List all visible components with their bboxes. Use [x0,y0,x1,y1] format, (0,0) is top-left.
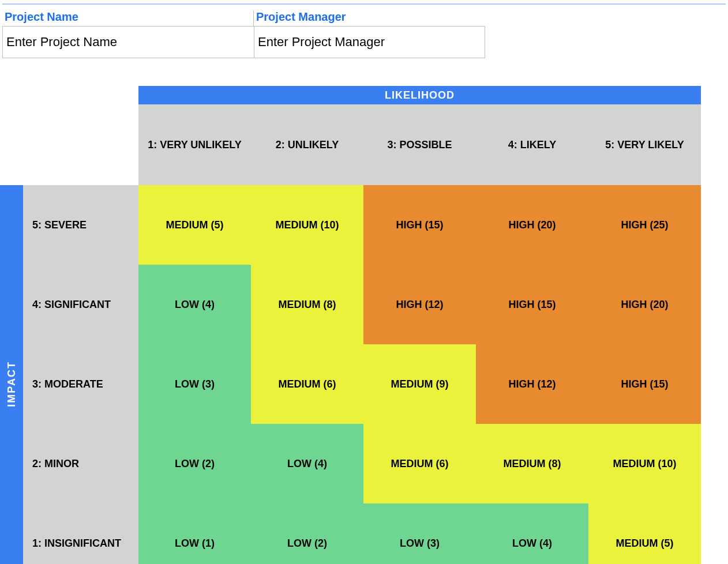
risk-cell-0-3[interactable]: HIGH (20) [476,185,588,265]
likelihood-col-2: 2: UNLIKELY [251,104,363,185]
likelihood-title: LIKELIHOOD [138,86,701,104]
risk-cell-3-0[interactable]: LOW (2) [138,424,251,503]
likelihood-col-3: 3: POSSIBLE [363,104,476,185]
risk-cell-3-1[interactable]: LOW (4) [251,424,363,503]
risk-cell-0-2[interactable]: HIGH (15) [363,185,476,265]
risk-cell-1-2[interactable]: HIGH (12) [363,265,476,344]
risk-cell-1-3[interactable]: HIGH (15) [476,265,588,344]
impact-row-2: 2: MINOR [23,424,138,503]
matrix-cells: MEDIUM (5)MEDIUM (10)HIGH (15)HIGH (20)H… [138,185,701,564]
top-rule [2,3,726,5]
risk-cell-4-0[interactable]: LOW (1) [138,503,251,564]
field-value-row: Enter Project Name Enter Project Manager [2,26,485,58]
risk-cell-0-4[interactable]: HIGH (25) [588,185,701,265]
risk-matrix: LIKELIHOOD 1: VERY UNLIKELY 2: UNLIKELY … [0,86,701,564]
likelihood-col-1: 1: VERY UNLIKELY [138,104,251,185]
risk-cell-4-3[interactable]: LOW (4) [476,503,588,564]
project-name-input[interactable]: Enter Project Name [3,27,254,58]
project-manager-label: Project Manager [254,10,483,26]
impact-row-1: 1: INSIGNIFICANT [23,503,138,564]
risk-cell-0-1[interactable]: MEDIUM (10) [251,185,363,265]
impact-title: IMPACT [6,361,18,407]
risk-cell-3-4[interactable]: MEDIUM (10) [588,424,701,503]
likelihood-col-5: 5: VERY LIKELY [588,104,701,185]
risk-cell-3-3[interactable]: MEDIUM (8) [476,424,588,503]
risk-cell-2-0[interactable]: LOW (3) [138,344,251,424]
risk-cell-2-2[interactable]: MEDIUM (9) [363,344,476,424]
likelihood-headers: 1: VERY UNLIKELY 2: UNLIKELY 3: POSSIBLE… [138,104,701,185]
risk-cell-4-1[interactable]: LOW (2) [251,503,363,564]
risk-cell-3-2[interactable]: MEDIUM (6) [363,424,476,503]
risk-cell-2-4[interactable]: HIGH (15) [588,344,701,424]
risk-cell-4-4[interactable]: MEDIUM (5) [588,503,701,564]
risk-cell-2-3[interactable]: HIGH (12) [476,344,588,424]
risk-cell-1-0[interactable]: LOW (4) [138,265,251,344]
project-manager-input[interactable]: Enter Project Manager [254,27,484,58]
impact-row-4: 4: SIGNIFICANT [23,265,138,344]
impact-row-5: 5: SEVERE [23,185,138,265]
impact-row-3: 3: MODERATE [23,344,138,424]
risk-cell-1-1[interactable]: MEDIUM (8) [251,265,363,344]
risk-cell-0-0[interactable]: MEDIUM (5) [138,185,251,265]
field-header-row: Project Name Project Manager [2,10,484,26]
impact-title-bar: IMPACT [0,185,23,564]
project-name-label: Project Name [2,10,254,26]
risk-cell-1-4[interactable]: HIGH (20) [588,265,701,344]
likelihood-col-4: 4: LIKELY [476,104,588,185]
impact-headers: 5: SEVERE 4: SIGNIFICANT 3: MODERATE 2: … [23,185,138,564]
risk-cell-2-1[interactable]: MEDIUM (6) [251,344,363,424]
risk-cell-4-2[interactable]: LOW (3) [363,503,476,564]
